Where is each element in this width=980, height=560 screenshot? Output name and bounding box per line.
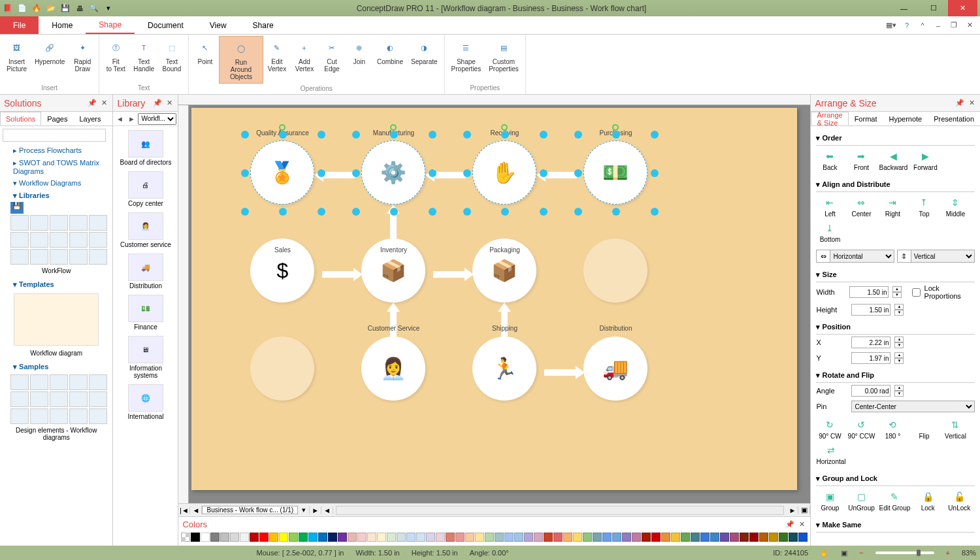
page-split-button[interactable]: ▣: [798, 506, 810, 514]
selection-handle[interactable]: [463, 169, 471, 177]
color-swatch[interactable]: [710, 533, 719, 542]
library-item-international[interactable]: 🌐International: [114, 382, 176, 423]
group-edit-group-button[interactable]: ✎Edit Group: [879, 490, 910, 512]
diagram-node-recv[interactable]: Receiving✋: [472, 140, 536, 205]
fit-page-icon[interactable]: ▣: [841, 549, 847, 557]
color-swatch[interactable]: [416, 533, 425, 542]
add-vertex-button[interactable]: ＋AddVertex: [291, 36, 318, 84]
pin-select[interactable]: Center-Center: [851, 401, 975, 412]
minimize-button[interactable]: —: [889, 0, 919, 16]
library-item-information-systems[interactable]: 🖥Information systems: [114, 333, 176, 382]
selection-handle[interactable]: [651, 208, 659, 216]
color-swatch[interactable]: [191, 533, 200, 542]
library-item-distribution[interactable]: 🚚Distribution: [114, 251, 176, 292]
selection-handle[interactable]: [651, 131, 659, 139]
shape-properties-button[interactable]: ☰ShapeProperties: [448, 36, 485, 83]
color-swatch[interactable]: [789, 533, 798, 542]
zoom-in-button[interactable]: +: [946, 549, 950, 557]
color-swatch[interactable]: [534, 533, 543, 542]
color-swatch[interactable]: [240, 533, 249, 542]
selection-handle[interactable]: [318, 208, 325, 216]
color-swatch[interactable]: [749, 533, 759, 542]
selection-handle[interactable]: [279, 131, 287, 139]
color-swatch[interactable]: [426, 533, 435, 542]
color-swatch[interactable]: [661, 533, 670, 542]
close-panel-icon[interactable]: ✕: [99, 99, 108, 108]
color-swatch[interactable]: [210, 533, 220, 542]
lib-thumb[interactable]: [10, 249, 29, 265]
qat-dropdown-icon[interactable]: ▾: [103, 3, 114, 14]
selection-handle[interactable]: [241, 131, 249, 139]
share-tab[interactable]: Share: [240, 16, 287, 34]
group-unlock-button[interactable]: 🔓UnLock: [945, 490, 973, 512]
scroll-right-button[interactable]: ►: [787, 506, 798, 514]
color-swatch[interactable]: [455, 533, 465, 542]
order-forward-button[interactable]: ▶Forward: [911, 150, 939, 171]
lib-thumb[interactable]: [30, 215, 48, 231]
collapse-ribbon-icon[interactable]: ^: [917, 20, 928, 31]
color-swatch[interactable]: [691, 533, 700, 542]
diagram-node-purch[interactable]: Purchasing💵: [583, 140, 647, 205]
sample-thumb[interactable]: [10, 408, 29, 424]
horizontal-scrollbar[interactable]: [336, 506, 784, 515]
color-swatch[interactable]: [593, 533, 602, 542]
canvas-area[interactable]: Quality Assurance🏅Manufacturing⚙️Receivi…: [178, 95, 810, 503]
sample-thumb[interactable]: [10, 374, 29, 390]
color-swatch[interactable]: [446, 533, 455, 542]
sample-thumb[interactable]: [50, 391, 68, 407]
library-item-finance[interactable]: 💵Finance: [114, 292, 176, 333]
sample-thumb[interactable]: [30, 408, 48, 424]
cut-edge-button[interactable]: ✂CutEdge: [318, 36, 346, 84]
arrow[interactable]: [501, 310, 508, 337]
hypernote-subtab[interactable]: Hypernote: [883, 112, 928, 125]
angle-input[interactable]: [851, 385, 890, 397]
presentation-subtab[interactable]: Presentation: [928, 112, 980, 125]
diagram-node-empty1[interactable]: [583, 239, 647, 303]
lib-thumb[interactable]: [50, 215, 68, 231]
y-input[interactable]: [851, 352, 890, 364]
color-swatch[interactable]: [318, 533, 327, 542]
color-swatch[interactable]: [720, 533, 729, 542]
color-swatch[interactable]: [201, 533, 210, 542]
y-spinner[interactable]: ▲▼: [894, 352, 904, 364]
diagram-node-empty2[interactable]: [250, 337, 314, 401]
color-swatch[interactable]: [651, 533, 661, 542]
rotate-section[interactable]: Rotate and Flip: [816, 369, 975, 383]
library-dropdown[interactable]: Workfl...: [138, 113, 176, 125]
help-icon[interactable]: ?: [902, 20, 912, 31]
fit-to-text-button[interactable]: ⓉFitto Text: [102, 36, 129, 83]
diagram-node-inv[interactable]: Inventory📦: [361, 239, 425, 303]
color-swatch[interactable]: [524, 533, 533, 542]
color-swatch[interactable]: [299, 533, 308, 542]
align-top-button[interactable]: ⤒Top: [910, 196, 938, 218]
selection-handle[interactable]: [318, 131, 325, 139]
align-middle-button[interactable]: ⇕Middle: [941, 196, 969, 218]
selection-handle[interactable]: [390, 131, 398, 139]
template-thumbnail[interactable]: [14, 293, 99, 346]
color-swatch[interactable]: [485, 533, 494, 542]
doc-close-icon[interactable]: ✕: [964, 20, 975, 31]
custom-properties-button[interactable]: ▤CustomProperties: [485, 36, 523, 83]
diagram-node-cs[interactable]: Customer Service👩‍💼: [361, 337, 425, 401]
align-left-button[interactable]: ⇤Left: [816, 196, 843, 218]
dist-vert-icon[interactable]: ⇕: [897, 250, 911, 263]
zoom-level[interactable]: 83%: [962, 549, 976, 557]
width-spinner[interactable]: ▲▼: [892, 286, 901, 298]
color-swatch[interactable]: [250, 533, 259, 542]
page-prev-button[interactable]: ◄: [190, 506, 202, 514]
lib-thumb[interactable]: [69, 215, 88, 231]
color-swatch[interactable]: [230, 533, 239, 542]
layers-subtab[interactable]: Layers: [73, 112, 106, 125]
solutions-subtab[interactable]: Solutions: [0, 112, 41, 125]
color-swatch[interactable]: [289, 533, 298, 542]
color-swatch[interactable]: [495, 533, 504, 542]
lib-thumb[interactable]: [30, 232, 48, 248]
dist-vert-select[interactable]: Vertical: [911, 250, 975, 263]
libraries-header[interactable]: Libraries: [3, 189, 110, 202]
save-library-icon[interactable]: 💾: [10, 202, 24, 214]
x-input[interactable]: [851, 337, 890, 348]
color-swatch[interactable]: [583, 533, 592, 542]
close-button[interactable]: ✕: [948, 0, 977, 16]
window-list-icon[interactable]: ▦▾: [886, 20, 896, 31]
selection-handle[interactable]: [540, 208, 547, 216]
